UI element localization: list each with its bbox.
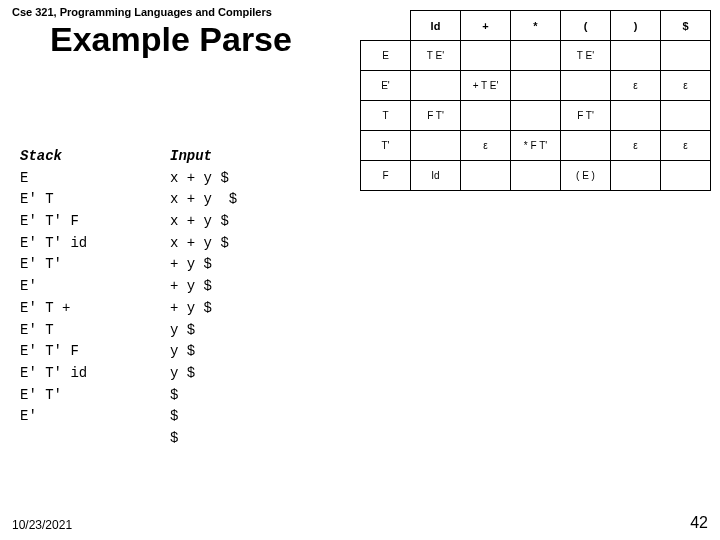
parse-table-row-header: E' <box>361 71 411 101</box>
parse-table-col-header: ( <box>561 11 611 41</box>
parse-table-cell: + T E' <box>461 71 511 101</box>
trace-header-input: Input <box>170 146 212 168</box>
parse-table-cell <box>611 41 661 71</box>
trace-row: E' T' idy $ <box>20 363 237 385</box>
parse-table-cell <box>561 71 611 101</box>
parse-table-cell: ε <box>461 131 511 161</box>
trace-input-cell: y $ <box>170 363 195 385</box>
parse-table-cell <box>511 101 561 131</box>
trace-header-row: Stack Input <box>20 146 237 168</box>
parse-table-row: T'ε* F T'εε <box>361 131 711 161</box>
parse-table-corner <box>361 11 411 41</box>
trace-input-cell: y $ <box>170 341 195 363</box>
trace-input-cell: + y $ <box>170 276 212 298</box>
trace-input-cell: $ <box>170 428 178 450</box>
parse-table-row: ET E'T E' <box>361 41 711 71</box>
trace-row: E'$ <box>20 406 237 428</box>
trace-stack-cell: E <box>20 168 170 190</box>
parse-table-cell <box>661 161 711 191</box>
parse-table-cell: Id <box>411 161 461 191</box>
parse-table-col-header: + <box>461 11 511 41</box>
footer-page-number: 42 <box>690 514 708 532</box>
trace-row: E' T ++ y $ <box>20 298 237 320</box>
parse-table-cell: F T' <box>561 101 611 131</box>
trace-stack-cell: E' T <box>20 320 170 342</box>
parse-table-cell <box>661 101 711 131</box>
parse-table-cell: T E' <box>561 41 611 71</box>
parse-table-cell <box>461 41 511 71</box>
trace-input-cell: x + y $ <box>170 211 229 233</box>
parse-table-cell <box>511 71 561 101</box>
trace-row: E' Tx + y $ <box>20 189 237 211</box>
trace-row: E' T' Fy $ <box>20 341 237 363</box>
parse-table-row-header: T <box>361 101 411 131</box>
parse-table-cell <box>561 131 611 161</box>
parse-table: Id+*()$ ET E'T E'E'+ T E'εεTF T'F T'T'ε*… <box>360 10 711 191</box>
parse-table-cell <box>411 131 461 161</box>
trace-header-stack: Stack <box>20 146 170 168</box>
trace-row: E'+ y $ <box>20 276 237 298</box>
trace-input-cell: x + y $ <box>170 168 229 190</box>
parse-table-cell: ε <box>661 131 711 161</box>
parse-table-cell <box>461 101 511 131</box>
parse-trace: Stack Input Ex + y $E' Tx + y $E' T' Fx … <box>20 146 237 450</box>
trace-stack-cell: E' T <box>20 189 170 211</box>
trace-row: E' T'$ <box>20 385 237 407</box>
trace-stack-cell: E' T' id <box>20 233 170 255</box>
parse-table-cell: * F T' <box>511 131 561 161</box>
parse-table-col-header: ) <box>611 11 661 41</box>
parse-table-row-header: E <box>361 41 411 71</box>
parse-table-cell <box>611 161 661 191</box>
trace-stack-cell <box>20 428 170 450</box>
trace-stack-cell: E' T' id <box>20 363 170 385</box>
trace-row: E' T' Fx + y $ <box>20 211 237 233</box>
parse-table-cell: T E' <box>411 41 461 71</box>
trace-row: $ <box>20 428 237 450</box>
trace-stack-cell: E' T' <box>20 385 170 407</box>
parse-table-cell: ε <box>661 71 711 101</box>
parse-table-col-header: * <box>511 11 561 41</box>
trace-input-cell: $ <box>170 385 178 407</box>
parse-table-cell: ε <box>611 131 661 161</box>
parse-table-cell <box>511 161 561 191</box>
parse-table-cell <box>661 41 711 71</box>
trace-row: E' T'+ y $ <box>20 254 237 276</box>
footer-date: 10/23/2021 <box>12 518 72 532</box>
parse-table-row: TF T'F T' <box>361 101 711 131</box>
trace-input-cell: + y $ <box>170 254 212 276</box>
parse-table-cell <box>511 41 561 71</box>
page-title: Example Parse <box>50 20 292 59</box>
parse-table-row: FId( E ) <box>361 161 711 191</box>
parse-table-col-header: $ <box>661 11 711 41</box>
parse-table-cell <box>411 71 461 101</box>
trace-stack-cell: E' T' <box>20 254 170 276</box>
trace-row: E' Ty $ <box>20 320 237 342</box>
trace-input-cell: x + y $ <box>170 233 229 255</box>
parse-table-cell <box>611 101 661 131</box>
course-label: Cse 321, Programming Languages and Compi… <box>12 6 272 18</box>
trace-stack-cell: E' T' F <box>20 211 170 233</box>
trace-row: E' T' idx + y $ <box>20 233 237 255</box>
parse-table-col-header: Id <box>411 11 461 41</box>
parse-table-cell <box>461 161 511 191</box>
trace-stack-cell: E' <box>20 406 170 428</box>
parse-table-row: E'+ T E'εε <box>361 71 711 101</box>
trace-stack-cell: E' <box>20 276 170 298</box>
trace-input-cell: x + y $ <box>170 189 237 211</box>
parse-table-row-header: T' <box>361 131 411 161</box>
trace-input-cell: $ <box>170 406 178 428</box>
trace-row: Ex + y $ <box>20 168 237 190</box>
parse-table-cell: ε <box>611 71 661 101</box>
trace-input-cell: y $ <box>170 320 195 342</box>
trace-stack-cell: E' T + <box>20 298 170 320</box>
trace-stack-cell: E' T' F <box>20 341 170 363</box>
parse-table-row-header: F <box>361 161 411 191</box>
parse-table-cell: F T' <box>411 101 461 131</box>
trace-input-cell: + y $ <box>170 298 212 320</box>
parse-table-cell: ( E ) <box>561 161 611 191</box>
